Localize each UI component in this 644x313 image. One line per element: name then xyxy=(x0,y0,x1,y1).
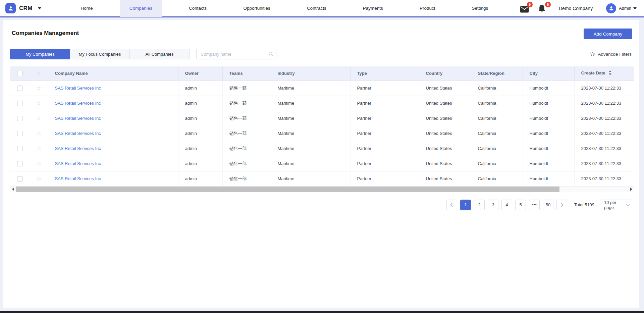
type-cell: Partner xyxy=(350,111,419,126)
app-logo-icon xyxy=(5,3,16,13)
scroll-right-arrow-icon[interactable] xyxy=(628,187,634,192)
brand[interactable]: CRM xyxy=(5,3,59,13)
star-icon[interactable]: ☆ xyxy=(36,130,42,137)
company-cell: SAS Retail Services Inc xyxy=(48,126,178,141)
search-icon[interactable] xyxy=(268,51,273,58)
industry-cell: Maritime xyxy=(271,96,350,111)
tenant-name: Demo Company xyxy=(559,6,593,11)
row-star-cell: ☆ xyxy=(30,156,48,171)
city-cell: Humboldt xyxy=(523,141,574,156)
nav-item-product[interactable]: Product xyxy=(410,0,445,17)
user-menu[interactable]: Admin xyxy=(606,3,637,13)
city-cell: Humboldt xyxy=(523,81,574,96)
star-icon[interactable]: ☆ xyxy=(36,115,42,122)
teams-cell: 销售一部 xyxy=(222,81,271,96)
owner-cell: admin xyxy=(178,96,222,111)
star-icon[interactable]: ☆ xyxy=(36,100,42,107)
filter-icon xyxy=(589,52,595,57)
company-link[interactable]: SAS Retail Services Inc xyxy=(55,131,101,136)
create-date-cell: 2023-07-30 11:22:33 xyxy=(574,156,634,171)
row-checkbox[interactable] xyxy=(17,176,22,181)
company-cell: SAS Retail Services Inc xyxy=(48,96,178,111)
row-checkbox[interactable] xyxy=(17,86,22,91)
page-button-5[interactable]: 5 xyxy=(515,200,526,210)
company-tabs: My CompaniesMy Focus CompaniesAll Compan… xyxy=(10,49,190,59)
tab-my-companies[interactable]: My Companies xyxy=(10,49,70,59)
previous-page-button[interactable] xyxy=(446,200,457,210)
row-star-cell: ☆ xyxy=(30,81,48,96)
tab-my-focus-companies[interactable]: My Focus Companies xyxy=(70,49,130,59)
row-star-cell: ☆ xyxy=(30,111,48,126)
star-icon[interactable]: ☆ xyxy=(36,85,42,92)
page-button-2[interactable]: 2 xyxy=(474,200,485,210)
table-row: ☆ SAS Retail Services Inc admin 销售一部 Mar… xyxy=(10,156,634,171)
table-row: ☆ SAS Retail Services Inc admin 销售一部 Mar… xyxy=(10,111,634,126)
scrollbar-thumb[interactable] xyxy=(16,187,559,192)
nav-item-companies[interactable]: Companies xyxy=(120,0,162,17)
owner-cell: admin xyxy=(178,141,222,156)
page-size-value: 10 per page xyxy=(604,200,626,210)
row-checkbox-cell xyxy=(10,111,30,126)
company-link[interactable]: SAS Retail Services Inc xyxy=(55,176,101,181)
star-icon[interactable]: ☆ xyxy=(36,145,42,152)
industry-cell: Maritime xyxy=(271,171,350,186)
page-button-4[interactable]: 4 xyxy=(501,200,512,210)
state-cell: California xyxy=(471,96,523,111)
mail-badge: 5 xyxy=(527,2,533,7)
advanced-filters-button[interactable]: Advancde Filters xyxy=(589,52,632,57)
row-checkbox[interactable] xyxy=(17,146,22,151)
table-row: ☆ SAS Retail Services Inc admin 销售一部 Mar… xyxy=(10,171,634,186)
select-all-checkbox[interactable] xyxy=(17,71,22,76)
column-teams: Teams xyxy=(222,66,271,81)
messages-button[interactable]: 5 xyxy=(520,4,530,13)
person-icon xyxy=(608,5,614,11)
company-link[interactable]: SAS Retail Services Inc xyxy=(55,101,101,106)
scroll-left-arrow-icon[interactable] xyxy=(10,187,16,192)
sort-icon[interactable] xyxy=(608,70,612,76)
row-star-cell: ☆ xyxy=(30,126,48,141)
company-link[interactable]: SAS Retail Services Inc xyxy=(55,116,101,121)
page-size-select[interactable]: 10 per page xyxy=(601,200,632,210)
row-checkbox[interactable] xyxy=(17,131,22,136)
state-cell: California xyxy=(471,126,523,141)
company-link[interactable]: SAS Retail Services Inc xyxy=(55,86,101,91)
row-checkbox[interactable] xyxy=(17,161,22,166)
bell-icon xyxy=(538,4,546,13)
notifications-button[interactable]: 5 xyxy=(538,4,548,13)
page-button-50[interactable]: 50 xyxy=(543,200,553,210)
page-button-1[interactable]: 1 xyxy=(460,200,471,210)
nav-item-contracts[interactable]: Contracts xyxy=(298,0,336,17)
page-ellipsis-button[interactable]: ••• xyxy=(529,200,540,210)
horizontal-scrollbar[interactable] xyxy=(10,187,634,192)
row-checkbox[interactable] xyxy=(17,116,22,121)
create-date-cell: 2023-07-30 11:22:33 xyxy=(574,126,634,141)
add-company-button[interactable]: Add Company xyxy=(584,29,632,39)
nav-item-settings[interactable]: Settings xyxy=(463,0,498,17)
next-page-button[interactable] xyxy=(556,200,567,210)
tab-all-companies[interactable]: All Companies xyxy=(129,49,190,59)
industry-cell: Maritime xyxy=(271,111,350,126)
notification-badge: 5 xyxy=(545,2,551,7)
row-checkbox[interactable] xyxy=(17,101,22,106)
company-link[interactable]: SAS Retail Services Inc xyxy=(55,161,101,166)
star-icon[interactable]: ☆ xyxy=(36,175,42,182)
type-cell: Partner xyxy=(350,141,419,156)
companies-table: ☆ Company Name Owner Teams Industry Type… xyxy=(10,66,634,187)
star-icon[interactable]: ☆ xyxy=(36,160,42,167)
nav-item-opportunities[interactable]: Opportunities xyxy=(234,0,279,17)
column-company-name: Company Name xyxy=(48,66,178,81)
type-cell: Partner xyxy=(350,171,419,186)
nav-item-contacts[interactable]: Contacts xyxy=(179,0,216,17)
nav-item-payments[interactable]: Payments xyxy=(354,0,392,17)
page-button-3[interactable]: 3 xyxy=(488,200,498,210)
company-cell: SAS Retail Services Inc xyxy=(48,111,178,126)
company-link[interactable]: SAS Retail Services Inc xyxy=(55,146,101,151)
teams-cell: 销售一部 xyxy=(222,156,271,171)
industry-cell: Maritime xyxy=(271,141,350,156)
column-country: Country xyxy=(419,66,471,81)
search-input[interactable] xyxy=(196,49,276,59)
row-star-cell: ☆ xyxy=(30,141,48,156)
nav-item-home[interactable]: Home xyxy=(71,0,102,17)
company-cell: SAS Retail Services Inc xyxy=(48,81,178,96)
companies-page: Companies Management Add Company My Comp… xyxy=(3,20,639,308)
